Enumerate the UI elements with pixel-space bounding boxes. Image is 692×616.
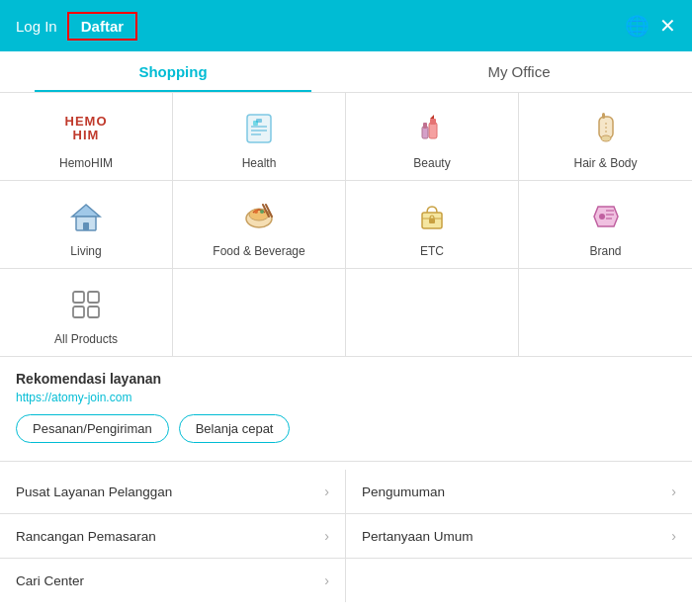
category-beauty[interactable]: Beauty [346,93,519,180]
menu-cari-label: Cari Center [16,573,84,588]
divider [0,461,692,462]
living-icon [64,195,108,238]
menu-grid: Pusat Layanan Pelanggan › Pengumuman › R… [0,470,692,602]
category-food-beverage[interactable]: Food & Beverage [173,181,346,268]
menu-pertanyaan-label: Pertanyaan Umum [362,529,474,544]
recommendation-section: Rekomendasi layanan https://atomy-join.c… [0,357,692,453]
svg-rect-32 [88,292,99,303]
empty-cell-2 [346,269,519,356]
recommendation-url: https://atomy-join.com [16,391,676,404]
svg-rect-6 [429,123,437,138]
category-health-label: Health [242,156,277,170]
chevron-right-icon-4: › [671,528,676,544]
category-grid-row2: Living Food & Beverage [0,181,692,269]
hair-body-icon [584,107,628,150]
all-products-icon [64,283,108,326]
chevron-right-icon-1: › [324,484,329,499]
svg-marker-15 [72,205,100,217]
menu-empty [346,559,692,602]
header: Log In Daftar 🌐 ✕ [0,0,692,51]
tab-my-office[interactable]: My Office [346,51,692,92]
pesanan-button[interactable]: Pesanan/Pengiriman [16,414,169,443]
svg-point-20 [254,210,258,214]
chevron-right-icon-3: › [324,528,329,544]
svg-rect-17 [83,222,89,230]
recommendation-buttons: Pesanan/Pengiriman Belanja cepat [16,414,676,443]
svg-rect-31 [73,292,84,303]
menu-pusat-layanan-label: Pusat Layanan Pelanggan [16,484,172,499]
app-container: Log In Daftar 🌐 ✕ Shopping My Office HEM… [0,0,692,616]
category-etc[interactable]: ETC [346,181,519,268]
category-hair-body-label: Hair & Body [573,156,637,170]
chevron-right-icon-5: › [324,572,329,588]
login-button[interactable]: Log In [16,18,57,35]
category-living[interactable]: Living [0,181,173,268]
products-row: All Products [0,269,692,357]
beauty-icon [410,107,454,150]
svg-rect-26 [429,219,435,223]
svg-rect-7 [430,119,436,125]
menu-pusat-layanan[interactable]: Pusat Layanan Pelanggan › [0,470,346,514]
recommendation-title: Rekomendasi layanan [16,371,676,387]
belanja-button[interactable]: Belanja cepat [179,414,291,443]
close-icon[interactable]: ✕ [659,14,676,38]
menu-cari-center[interactable]: Cari Center › [0,559,346,602]
category-all-products[interactable]: All Products [0,269,173,356]
category-beauty-label: Beauty [413,156,450,170]
chevron-right-icon-2: › [671,484,676,499]
tabs: Shopping My Office [0,51,692,93]
svg-rect-34 [88,307,99,317]
category-brand[interactable]: Brand [519,181,692,268]
tab-shopping[interactable]: Shopping [0,51,346,92]
menu-pengumuman[interactable]: Pengumuman › [346,470,692,514]
menu-rancangan-label: Rancangan Pemasaran [16,529,156,544]
category-brand-label: Brand [589,244,621,258]
health-icon [237,107,281,150]
category-health[interactable]: Health [173,93,346,180]
svg-point-27 [599,214,605,220]
globe-icon[interactable]: 🌐 [625,14,649,38]
menu-rancangan-pemasaran[interactable]: Rancangan Pemasaran › [0,514,346,559]
svg-rect-33 [73,307,84,317]
empty-cell-1 [173,269,346,356]
category-living-label: Living [70,244,101,258]
svg-rect-12 [602,113,605,119]
svg-point-21 [260,210,264,214]
category-etc-label: ETC [420,244,444,258]
category-hemohim[interactable]: HEMO HIM HemoHIM [0,93,173,180]
svg-rect-10 [423,123,427,129]
menu-pengumuman-label: Pengumuman [362,484,445,499]
food-beverage-icon [237,195,281,238]
svg-point-13 [601,135,611,141]
empty-cell-3 [519,269,692,356]
hemohim-icon: HEMO HIM [64,107,108,150]
menu-pertanyaan-umum[interactable]: Pertanyaan Umum › [346,514,692,559]
daftar-button[interactable]: Daftar [67,12,137,41]
category-food-beverage-label: Food & Beverage [213,244,304,258]
svg-marker-8 [430,115,434,119]
etc-icon [410,195,454,238]
brand-icon [584,195,628,238]
all-products-label: All Products [54,332,118,346]
category-hair-body[interactable]: Hair & Body [519,93,692,180]
header-icons: 🌐 ✕ [625,14,676,38]
category-grid-row1: HEMO HIM HemoHIM Health [0,93,692,181]
category-hemohim-label: HemoHIM [59,156,113,170]
svg-rect-5 [253,121,258,126]
